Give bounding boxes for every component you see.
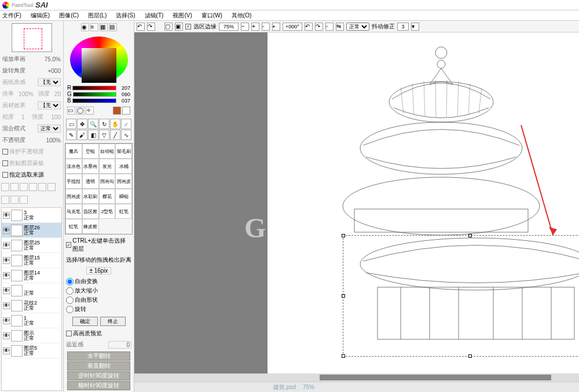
brush-preset[interactable]: 虹笔: [65, 219, 82, 234]
marquee-icon[interactable]: ▭: [67, 107, 75, 115]
brush-preset[interactable]: 空铅: [82, 144, 99, 159]
pencil-icon[interactable]: ✎: [66, 130, 76, 140]
color-wheel[interactable]: [70, 36, 128, 83]
transform-radio[interactable]: [66, 287, 74, 295]
rotate-cw-icon[interactable]: ↷: [315, 23, 323, 31]
flip-h-icon[interactable]: ⇋: [336, 23, 344, 31]
rotate-icon[interactable]: ↻: [99, 119, 109, 129]
menu-edit[interactable]: 编辑(E): [31, 12, 50, 20]
visibility-icon[interactable]: 👁: [3, 227, 10, 234]
layer-item[interactable]: 👁1正常: [2, 313, 61, 328]
visibility-icon[interactable]: 👁: [3, 302, 10, 309]
visibility-icon[interactable]: 👁: [3, 242, 10, 249]
layer-item[interactable]: 👁花纹2正常: [2, 298, 61, 313]
flatten-icon[interactable]: [38, 183, 46, 191]
brush-preset[interactable]: 马克笔: [65, 204, 82, 219]
layer-item[interactable]: 👁图层14正常: [2, 268, 61, 283]
clipping-mask-checkbox[interactable]: [2, 160, 8, 166]
selection-source-checkbox[interactable]: [2, 172, 8, 178]
menu-view[interactable]: 视图(V): [173, 12, 192, 20]
visibility-icon[interactable]: 👁: [3, 287, 10, 294]
layer-item[interactable]: 👁正常: [2, 283, 61, 298]
grid-icon[interactable]: [1, 196, 9, 204]
horizontal-scrollbar[interactable]: [134, 373, 579, 382]
brush-preset[interactable]: 手指捏: [65, 174, 82, 189]
zoom-out-icon[interactable]: −: [241, 23, 249, 31]
transform-radio[interactable]: [66, 278, 74, 285]
merge-down-icon[interactable]: [29, 183, 37, 191]
visibility-icon[interactable]: 👁: [3, 212, 10, 219]
desel-icon[interactable]: ▢: [164, 23, 173, 31]
brush-preset[interactable]: 发光: [99, 159, 116, 174]
zoom-reset-icon[interactable]: ▪: [272, 23, 280, 31]
rgb-slider[interactable]: [72, 86, 116, 90]
brush-preset[interactable]: 水桶: [115, 159, 132, 174]
layer-item[interactable]: 👁图层5正常: [2, 343, 61, 358]
transform-bounding-box[interactable]: [343, 235, 579, 357]
angle-input[interactable]: [283, 23, 302, 31]
brush-preset[interactable]: 虹笔: [115, 204, 132, 219]
menu-filter[interactable]: 滤镜(T): [145, 12, 164, 20]
zoom-fit-icon[interactable]: ▫: [262, 23, 270, 31]
eraser-icon[interactable]: ◧: [88, 130, 98, 140]
layer-item[interactable]: 👁图层15正常: [2, 253, 61, 268]
texture-select[interactable]: 【无质感】: [38, 78, 61, 86]
transform-action-button[interactable]: 水平翻转: [67, 351, 130, 361]
visibility-icon[interactable]: 👁: [3, 332, 10, 339]
brush-preset[interactable]: 透明: [82, 174, 99, 189]
line-icon[interactable]: ╱: [110, 130, 120, 140]
blend-select[interactable]: 正常: [38, 124, 61, 133]
menu-file[interactable]: 文件(F): [2, 12, 21, 20]
zoom-input[interactable]: [219, 23, 239, 31]
effect-select[interactable]: 【无效果】: [38, 101, 61, 109]
wand-icon[interactable]: ✧: [86, 107, 94, 115]
rgb-slider[interactable]: [72, 98, 116, 103]
rgb-sliders-icon[interactable]: ≡: [90, 23, 98, 31]
menu-layer[interactable]: 图层(L): [88, 12, 107, 20]
sel-edge-checkbox[interactable]: ✓: [185, 24, 191, 30]
transform-radio[interactable]: [66, 306, 74, 313]
transform-action-button[interactable]: 垂直翻转: [67, 361, 130, 371]
pin-icon[interactable]: [10, 196, 19, 204]
layer-item[interactable]: 👁图示正常: [2, 328, 61, 343]
zoom-in-icon[interactable]: +: [251, 23, 259, 31]
brush-preset[interactable]: 水彩刷: [82, 189, 99, 204]
menu-select[interactable]: 选择(S): [116, 12, 135, 20]
visibility-icon[interactable]: 👁: [3, 272, 10, 279]
menu-image[interactable]: 图像(C): [59, 12, 79, 20]
hq-preview-checkbox[interactable]: [66, 331, 72, 336]
mask-icon[interactable]: [20, 196, 28, 204]
new-folder-icon[interactable]: [10, 183, 19, 191]
preserve-opacity-checkbox[interactable]: [2, 149, 8, 155]
doc-tab-name[interactable]: 建筑.psd: [273, 383, 296, 391]
brush-preset[interactable]: 淡水色: [65, 159, 82, 174]
navigator-thumbnail[interactable]: [12, 23, 52, 52]
invert-icon[interactable]: ▣: [175, 23, 183, 31]
transform-action-button[interactable]: 逆时针90度旋转: [67, 371, 130, 380]
move-icon[interactable]: ✥: [77, 119, 87, 129]
swatches-icon[interactable]: ▤: [109, 23, 117, 31]
curve-icon[interactable]: ∿: [121, 130, 131, 140]
brush-preset[interactable]: 水墨画: [82, 159, 99, 174]
brush-preset[interactable]: 自动铅: [99, 144, 116, 159]
canvas-viewport[interactable]: G: [134, 32, 579, 373]
layer-item[interactable]: 👁图层25正常: [2, 238, 61, 253]
bg-color-swatch[interactable]: [122, 107, 130, 115]
brush-preset[interactable]: 樱花: [99, 189, 116, 204]
rotate-reset-icon[interactable]: ▫: [325, 23, 334, 31]
brush-preset[interactable]: 国画皮: [115, 174, 132, 189]
visibility-icon[interactable]: 👁: [3, 317, 10, 324]
brush-preset[interactable]: 瞬铅: [115, 189, 132, 204]
bucket-icon[interactable]: ▽: [99, 130, 109, 140]
brush-preset[interactable]: 国画皮: [65, 189, 82, 204]
rect-select-icon[interactable]: ▭: [66, 119, 76, 129]
clear-layer-icon[interactable]: [47, 183, 56, 191]
stabilize-toggle-icon[interactable]: ▾: [411, 23, 419, 31]
ctrl-click-checkbox[interactable]: ✓: [66, 242, 71, 248]
zoom-icon[interactable]: 🔍: [88, 119, 98, 129]
transform-radio[interactable]: [66, 296, 74, 304]
hand-icon[interactable]: ✋: [110, 119, 120, 129]
canvas-mode-select[interactable]: 正常: [346, 23, 369, 31]
delete-layer-icon[interactable]: [20, 183, 28, 191]
redo-icon[interactable]: ↷: [147, 23, 155, 31]
